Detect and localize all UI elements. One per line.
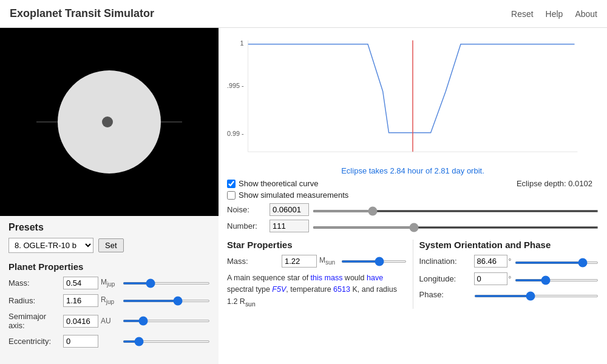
noise-slider-container	[313, 205, 599, 214]
star-mass-unit: Msun	[319, 256, 337, 266]
longitude-unit: °	[509, 275, 512, 283]
longitude-row: Longitude: °	[419, 272, 599, 285]
radius-slider[interactable]	[123, 300, 210, 302]
presets-select[interactable]: 8. OGLE-TR-10 b 1. HD 209458 b 2. TrES-1…	[8, 238, 93, 253]
eclipse-depth-value: Eclipse depth: 0.0102	[517, 179, 599, 188]
radius-label: Radius:	[8, 296, 63, 305]
presets-title: Presets	[8, 222, 210, 233]
star-description: A main sequence star of this mass would …	[227, 272, 407, 309]
left-panel: Presets 8. OGLE-TR-10 b 1. HD 209458 b 2…	[0, 28, 219, 364]
show-simulated-checkbox[interactable]	[227, 191, 236, 200]
show-simulated-label: Show simulated measurements	[239, 190, 348, 200]
star-properties-title: Star Properties	[227, 240, 407, 250]
phase-slider[interactable]	[474, 295, 599, 297]
number-row: Number:	[227, 220, 599, 232]
longitude-slider[interactable]	[515, 279, 599, 281]
show-theoretical-label: Show theoretical curve	[239, 179, 319, 188]
eclipse-text-content: Eclipse takes 2.84 hour of 2.81 day orbi…	[341, 166, 484, 175]
semimajor-slider-container	[123, 320, 210, 322]
phase-row: Phase:	[419, 290, 599, 299]
phase-slider-container	[474, 290, 599, 299]
number-input[interactable]	[270, 220, 309, 232]
bottom-props: Star Properties Mass: Msun A main sequen…	[227, 240, 599, 309]
semimajor-slider[interactable]	[123, 320, 210, 322]
mass-slider-container	[123, 282, 210, 285]
simulated-check-item: Show simulated measurements	[227, 190, 348, 200]
planet-properties-title: Planet Properties	[8, 261, 210, 272]
noise-row: Noise:	[227, 203, 599, 216]
about-button[interactable]: About	[575, 9, 597, 19]
check-group: Show theoretical curve Show simulated me…	[227, 179, 348, 200]
eccentricity-input[interactable]	[63, 335, 98, 348]
radius-unit: Rjup	[101, 295, 119, 305]
svg-text:0.99 -: 0.99 -	[227, 130, 244, 137]
header-nav: Reset Help About	[511, 9, 597, 19]
star-mass-label: Mass:	[227, 257, 282, 266]
inclination-label: Inclination:	[419, 257, 474, 266]
eccentricity-row: Eccentricity:	[8, 335, 210, 348]
number-slider[interactable]	[313, 226, 599, 229]
presets-row: 8. OGLE-TR-10 b 1. HD 209458 b 2. TrES-1…	[8, 238, 210, 253]
longitude-input[interactable]	[474, 272, 507, 285]
noise-input[interactable]	[270, 203, 309, 216]
help-button[interactable]: Help	[546, 9, 563, 19]
mass-slider[interactable]	[123, 282, 210, 285]
inclination-input[interactable]	[474, 255, 507, 268]
noise-slider[interactable]	[313, 210, 599, 212]
phase-label: Phase:	[419, 290, 474, 299]
inclination-slider-container	[515, 257, 599, 266]
system-orientation-section: System Orientation and Phase Inclination…	[413, 240, 599, 309]
semimajor-label: Semimajoraxis:	[8, 312, 63, 330]
inclination-unit: °	[509, 257, 512, 266]
main-layout: Presets 8. OGLE-TR-10 b 1. HD 209458 b 2…	[0, 28, 607, 364]
mass-unit: Mjup	[101, 278, 119, 288]
app-title: Exoplanet Transit Simulator	[10, 7, 154, 20]
star-mass-row: Mass: Msun	[227, 255, 407, 268]
semimajor-input[interactable]	[63, 315, 98, 328]
set-button[interactable]: Set	[98, 238, 124, 252]
radius-slider-container	[123, 300, 210, 302]
planet-circle	[102, 116, 113, 127]
orientation-title: System Orientation and Phase	[419, 240, 599, 250]
star-properties-section: Star Properties Mass: Msun A main sequen…	[227, 240, 413, 309]
eccentricity-slider[interactable]	[123, 340, 210, 343]
inclination-row: Inclination: °	[419, 255, 599, 268]
header: Exoplanet Transit Simulator Reset Help A…	[0, 0, 607, 28]
simulation-canvas	[0, 28, 219, 216]
number-slider-container	[313, 221, 599, 231]
semimajor-unit: AU	[101, 317, 119, 325]
inclination-slider[interactable]	[515, 261, 599, 264]
theoretical-check-item: Show theoretical curve	[227, 179, 348, 188]
eclipse-info: Eclipse takes 2.84 hour of 2.81 day orbi…	[227, 166, 599, 175]
longitude-slider-container	[515, 274, 599, 283]
svg-text:0.995 -: 0.995 -	[227, 82, 244, 89]
show-theoretical-checkbox[interactable]	[227, 180, 236, 188]
star-mass-slider[interactable]	[341, 260, 407, 263]
checkboxes-row: Show theoretical curve Show simulated me…	[227, 179, 599, 200]
semimajor-row: Semimajoraxis: AU	[8, 312, 210, 330]
star-mass-slider-container	[341, 260, 407, 263]
radius-row: Radius: Rjup	[8, 294, 210, 307]
reset-button[interactable]: Reset	[511, 9, 534, 19]
eccentricity-slider-container	[123, 340, 210, 343]
controls-panel: Presets 8. OGLE-TR-10 b 1. HD 209458 b 2…	[0, 216, 219, 364]
number-label: Number:	[227, 221, 270, 231]
longitude-label: Longitude:	[419, 274, 474, 283]
mass-row: Mass: Mjup	[8, 277, 210, 289]
eccentricity-label: Eccentricity:	[8, 337, 63, 346]
light-curve-chart: 1 0.995 - 0.99 -	[227, 34, 599, 161]
radius-input[interactable]	[63, 294, 98, 307]
chart-area: 1 0.995 - 0.99 -	[227, 34, 599, 161]
mass-label: Mass:	[8, 278, 63, 288]
svg-text:1: 1	[240, 39, 244, 47]
star-mass-input[interactable]	[282, 255, 317, 268]
mass-input[interactable]	[63, 277, 98, 289]
noise-label: Noise:	[227, 205, 270, 214]
right-panel: 1 0.995 - 0.99 - Eclipse takes 2.84 hour…	[219, 28, 607, 364]
